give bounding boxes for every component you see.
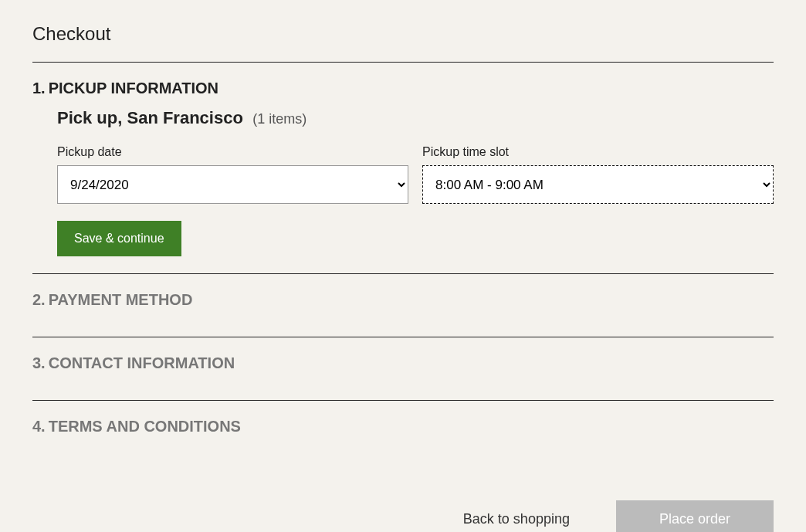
page-title: Checkout — [32, 23, 774, 45]
pickup-items-count: (1 items) — [252, 111, 306, 127]
section-terms-header: 4.TERMS AND CONDITIONS — [32, 418, 774, 435]
step-title-4: TERMS AND CONDITIONS — [49, 418, 241, 435]
step-title-2: PAYMENT METHOD — [49, 291, 193, 308]
section-pickup: 1.PICKUP INFORMATION Pick up, San Franci… — [32, 63, 774, 274]
back-to-shopping-link[interactable]: Back to shopping — [463, 511, 570, 527]
section-pickup-body: Pick up, San Francisco (1 items) Pickup … — [32, 108, 774, 256]
save-continue-button[interactable]: Save & continue — [57, 221, 181, 256]
section-contact: 3.CONTACT INFORMATION — [32, 337, 774, 400]
step-number-2: 2. — [32, 291, 46, 308]
pickup-date-group: Pickup date 9/24/2020 — [57, 145, 408, 204]
pickup-date-label: Pickup date — [57, 145, 408, 159]
pickup-date-select[interactable]: 9/24/2020 — [57, 165, 408, 204]
checkout-container: Checkout 1.PICKUP INFORMATION Pick up, S… — [32, 23, 774, 532]
section-pickup-header: 1.PICKUP INFORMATION — [32, 80, 774, 97]
section-contact-header: 3.CONTACT INFORMATION — [32, 354, 774, 372]
pickup-actions: Save & continue — [57, 221, 774, 256]
pickup-line: Pick up, San Francisco (1 items) — [57, 108, 774, 128]
step-number-3: 3. — [32, 354, 46, 371]
step-title-3: CONTACT INFORMATION — [49, 354, 235, 371]
pickup-time-select[interactable]: 8:00 AM - 9:00 AM — [422, 165, 774, 204]
step-number-1: 1. — [32, 80, 46, 97]
pickup-time-group: Pickup time slot 8:00 AM - 9:00 AM — [422, 145, 774, 204]
step-number-4: 4. — [32, 418, 46, 435]
section-payment: 2.PAYMENT METHOD — [32, 274, 774, 337]
pickup-form-row: Pickup date 9/24/2020 Pickup time slot 8… — [57, 145, 774, 204]
pickup-time-label: Pickup time slot — [422, 145, 774, 159]
pickup-location: Pick up, San Francisco — [57, 108, 243, 127]
footer-actions: Back to shopping Place order — [32, 463, 774, 532]
place-order-button[interactable]: Place order — [616, 500, 774, 532]
step-title-1: PICKUP INFORMATION — [49, 80, 218, 97]
section-terms: 4.TERMS AND CONDITIONS — [32, 401, 774, 463]
section-payment-header: 2.PAYMENT METHOD — [32, 291, 774, 309]
